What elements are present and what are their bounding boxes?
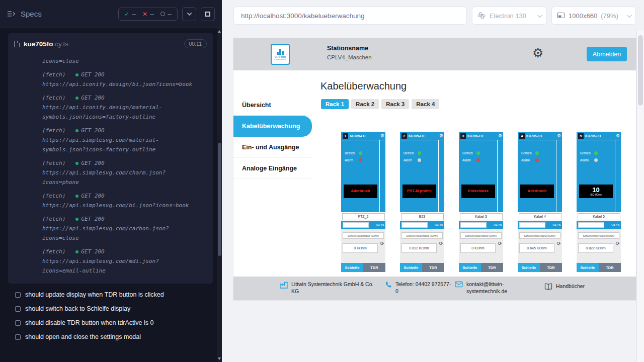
log-entry[interactable]: (fetch) GET 200 https://api.simplesvg.co… [14, 247, 207, 276]
tdr-button[interactable]: TDR [422, 263, 444, 272]
cable-name-field[interactable]: Kabel 5 [578, 213, 620, 220]
version-row: V4.19 [459, 221, 503, 229]
x-icon: ✕ [142, 11, 147, 18]
refresh-icon[interactable]: ⟳ [557, 241, 561, 246]
cable-name-field[interactable]: Kabel 4 [519, 213, 561, 220]
log-entry[interactable]: icons=close [14, 56, 207, 66]
log-entry[interactable]: (fetch) GET 200 https://api.simplesvg.co… [14, 214, 207, 243]
success-dot-icon [75, 162, 78, 165]
refresh-icon[interactable]: ⟳ [439, 241, 443, 246]
status-display: Aderbruch [344, 185, 377, 198]
schleife-button[interactable]: Schleife [577, 263, 599, 272]
test-row[interactable]: should update display when TDR button is… [0, 288, 222, 302]
log-entry[interactable]: (fetch) GET 200 https://api.simplesvg.co… [14, 126, 207, 154]
fetch-label: (fetch) [42, 126, 65, 135]
cable-name-field[interactable]: Kabel 3 [460, 213, 503, 220]
resistance-section: Schleifenwiderstand [kOhm] ⟳ 0.645 KOhm [518, 229, 562, 263]
alarm-row: Alarm [518, 158, 562, 162]
specs-menu-icon[interactable] [7, 11, 16, 17]
device-settings-icon[interactable]: ⚙ [380, 134, 384, 138]
device-card: 1 KÜ705-FO ⚙ Betrieb Alarm Aderbruch FTZ… [341, 132, 385, 272]
log-entry[interactable]: (fetch) GET 200 https://api.iconify.desi… [14, 93, 207, 122]
cable-name-field[interactable]: B23 [401, 213, 444, 220]
viewport-indicator[interactable]: 1000x660 (79%) [551, 7, 636, 25]
runner-scrollbar-thumb[interactable] [218, 143, 221, 256]
card-header: 3 KÜ706-FO ⚙ [459, 132, 503, 140]
spec-header-row[interactable]: kue705fo .cy.ts 00:11 [8, 33, 213, 54]
status-display: Erdschluss [461, 185, 495, 198]
tdr-button[interactable]: TDR [599, 263, 621, 272]
address-bar[interactable]: http://localhost:3000/kabelueberwachung [233, 7, 467, 25]
success-dot-icon [75, 250, 78, 253]
resistance-value: 0 KOhm [343, 243, 378, 253]
divider [379, 140, 380, 212]
test-row[interactable]: should open and close the settings modal [0, 330, 222, 344]
footer-manuals[interactable]: Handbücher [544, 283, 585, 290]
device-settings-icon[interactable]: ⚙ [616, 134, 620, 138]
browser-selector[interactable]: Electron 130 [472, 7, 546, 25]
log-entry[interactable]: (fetch) GET 200 https://api.simplesvg.co… [14, 191, 207, 210]
page-scrollbar-thumb[interactable] [638, 35, 643, 106]
sidebar-nav-item--bersicht[interactable]: Übersicht [233, 95, 312, 116]
http-status: GET 200 [75, 247, 104, 256]
device-settings-icon[interactable]: ⚙ [439, 134, 443, 138]
test-row[interactable]: should disable TDR button when tdrActive… [0, 316, 222, 330]
firmware-version: V4.19 [611, 224, 619, 227]
rack-tab-rack-2[interactable]: Rack 2 [351, 99, 379, 109]
scroll-down-arrow-icon[interactable] [218, 357, 221, 360]
log-entry[interactable]: (fetch) GET 200 https://api.iconify.desi… [14, 70, 207, 89]
rack-tab-rack-1[interactable]: Rack 1 [321, 99, 349, 109]
card-header: 2 KÜ705-FO ⚙ [400, 132, 444, 140]
littwin-logo: LITTWIN SYSTEMTECHNIK [271, 44, 290, 65]
success-dot-icon [75, 218, 78, 221]
resistance-value: 0.812 KOhm [401, 243, 437, 253]
sidebar-nav-item-analoge-eing-nge[interactable]: Analoge Eingänge [233, 158, 312, 179]
cable-name-field[interactable]: FTZ_2 [342, 213, 385, 220]
device-settings-icon[interactable]: ⚙ [498, 134, 502, 138]
card-buttons: Schleife TDR [459, 263, 503, 272]
tdr-button[interactable]: TDR [540, 263, 562, 272]
rack-tab-rack-4[interactable]: Rack 4 [412, 99, 439, 109]
url-text: http://localhost:3000/kabelueberwachung [241, 12, 364, 20]
refresh-icon[interactable]: ⟳ [380, 241, 384, 246]
browser-name: Electron 130 [490, 12, 526, 20]
rack-tab-rack-3[interactable]: Rack 3 [381, 99, 409, 109]
page-scrollbar[interactable] [636, 30, 644, 362]
tdr-button[interactable]: TDR [363, 263, 385, 272]
book-icon [544, 283, 552, 290]
request-url: icons=close [42, 56, 196, 66]
sidebar-nav-item-kabel-berwachung[interactable]: Kabelüberwachung [233, 116, 312, 137]
fetch-label: (fetch) [42, 191, 65, 201]
device-model-label: KÜ706-FO [467, 134, 483, 138]
card-body: Betrieb Alarm PST-M prüfen [400, 140, 444, 212]
card-header: 4 KÜ706-FO ⚙ [518, 132, 562, 140]
test-title: should disable TDR button when tdrActive… [25, 319, 153, 326]
device-number-badge: 4 [519, 133, 525, 139]
card-body: Betrieb Alarm Erdschluss [459, 140, 503, 212]
schleife-button[interactable]: Schleife [459, 263, 481, 272]
stop-button[interactable] [201, 7, 215, 21]
test-row[interactable]: should switch back to Schleife display [0, 302, 222, 316]
schleife-button[interactable]: Schleife [341, 263, 363, 272]
refresh-icon[interactable]: ⟳ [616, 241, 620, 246]
device-settings-icon[interactable]: ⚙ [557, 134, 561, 138]
log-entry[interactable]: (fetch) GET 200 https://api.simplesvg.co… [14, 158, 207, 187]
specs-label[interactable]: Specs [21, 10, 42, 18]
email-icon [455, 281, 463, 288]
device-card: 2 KÜ705-FO ⚙ Betrieb Alarm PST-M prüfen … [400, 132, 444, 272]
firmware-version: V4.19 [494, 224, 502, 227]
collapse-chevron-button[interactable] [182, 7, 196, 21]
scroll-up-arrow-icon[interactable] [218, 30, 221, 33]
refresh-icon[interactable]: ⟳ [498, 241, 502, 246]
command-log: icons=close (fetch) GET 200 https://api.… [8, 54, 213, 281]
schleife-button[interactable]: Schleife [518, 263, 540, 272]
tdr-button[interactable]: TDR [481, 263, 503, 272]
logout-button[interactable]: Abmelden [587, 47, 627, 61]
schleife-button[interactable]: Schleife [400, 263, 422, 272]
cypress-runner-panel: Specs ✓-- ✕-- -- kue705fo .cy.ts 00:11 i… [0, 0, 222, 362]
device-number-badge: 5 [578, 133, 584, 139]
chevron-down-icon [187, 11, 192, 16]
sidebar-nav-item-ein-und-ausg-nge[interactable]: Ein- und Ausgänge [233, 137, 312, 158]
runner-scrollbar[interactable] [217, 28, 222, 362]
gear-icon[interactable]: ⚙ [532, 47, 543, 59]
